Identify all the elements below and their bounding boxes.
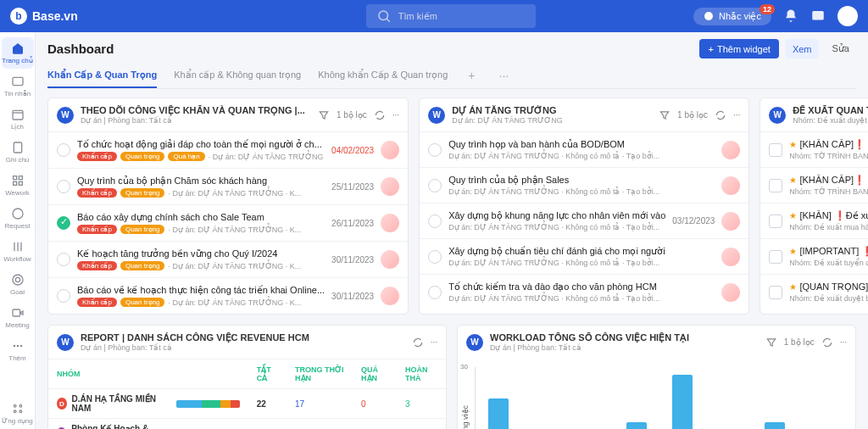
cell-ontime: 1 (287, 419, 353, 430)
checkbox-icon[interactable] (428, 250, 442, 264)
user-avatar[interactable] (837, 6, 858, 26)
assignee-avatar[interactable] (381, 141, 399, 159)
assignee-avatar[interactable] (721, 248, 740, 266)
reminders-pill[interactable]: Nhắc việc 12 (693, 8, 771, 25)
checkbox-icon[interactable] (428, 143, 442, 157)
task-row[interactable]: Xây dựng bộ khung năng lực cho nhân viên… (420, 203, 748, 238)
view-button[interactable]: Xem (786, 39, 819, 58)
task-row[interactable]: Quy trình họp và ban hành của BOD/BOM Dự… (420, 131, 748, 167)
search-input[interactable]: Tìm kiếm (366, 4, 536, 28)
refresh-icon[interactable] (821, 337, 833, 348)
proposal-row[interactable]: ★ [KHẨN CẤP]❗ Trình ban lãnh đạo ... Nhó… (760, 131, 868, 167)
widget-more-icon[interactable]: ··· (392, 110, 399, 120)
chart-bar[interactable] (765, 422, 785, 429)
widget-sub: Dự án | Phòng ban: Tất cả (81, 343, 412, 352)
nav-home[interactable]: Trang chủ (2, 37, 34, 69)
checkbox-icon[interactable] (428, 179, 442, 192)
assignee-avatar[interactable] (721, 212, 740, 231)
tab-urgent-important[interactable]: Khẩn Cấp & Quan Trọng (47, 64, 157, 88)
tab-more[interactable]: ··· (496, 64, 513, 88)
add-widget-button[interactable]: + Thêm widget (699, 39, 778, 58)
tag-chip: Quan trọng (120, 261, 165, 270)
task-title: Báo cáo xây dựng chính sách cho Sale Tea… (77, 212, 325, 223)
bell-icon[interactable] (783, 8, 798, 24)
svg-point-14 (15, 277, 19, 281)
chart-bar[interactable] (488, 398, 509, 429)
nav-workflow[interactable]: Workflow (2, 236, 34, 267)
nav-messages[interactable]: Tin nhắn (2, 70, 34, 102)
cell-overdue: 0 (353, 389, 397, 419)
svg-rect-4 (13, 77, 23, 85)
filter-icon[interactable] (765, 337, 777, 348)
proposal-row[interactable]: ★ [KHẨN] ❗Đề xuất mua vật tư y tế ... Nh… (760, 203, 868, 238)
task-row[interactable]: Báo cáo về kế hoạch thực hiện công tác t… (48, 277, 408, 314)
nav-goal[interactable]: Goal (2, 269, 34, 300)
widget-more-icon[interactable]: ··· (840, 337, 847, 347)
refresh-icon[interactable] (412, 337, 424, 348)
nav-wework[interactable]: Wework (2, 170, 34, 201)
nav-more[interactable]: Thêm (2, 335, 34, 366)
widget-logo: W (466, 334, 483, 351)
nav-calendar[interactable]: Lịch (2, 103, 34, 135)
svg-rect-15 (13, 309, 20, 316)
task-row[interactable]: Quy trình của bộ phận Chăm sóc khách hàn… (48, 168, 408, 204)
edit-button[interactable]: Sửa (826, 39, 856, 58)
checkbox-icon[interactable] (428, 286, 442, 299)
svg-line-1 (387, 19, 390, 22)
checkbox-icon[interactable] (769, 179, 782, 192)
brand-logo[interactable]: b Base.vn (10, 8, 78, 25)
nav-label: Request (5, 222, 31, 230)
task-meta: Khẩn cấp Quan trọng · Dự án: DỰ ÁN TĂNG … (77, 261, 325, 270)
search-icon (376, 8, 392, 24)
tab-add[interactable]: + (465, 64, 478, 88)
task-row[interactable]: Báo cáo xây dựng chính sách cho Sale Tea… (48, 204, 408, 241)
widget-more-icon[interactable]: ··· (431, 337, 437, 347)
nav-meeting[interactable]: Meeting (2, 302, 34, 333)
task-row[interactable]: Tổ chức hoạt động giải đáp cho toàn thể … (48, 131, 408, 168)
assignee-avatar[interactable] (381, 214, 399, 232)
proposal-row[interactable]: ★ [IMPORTANT] ❗Đề nghị tuyển 1 v... Nhóm… (760, 238, 868, 274)
table-row[interactable]: PPhòng Kế Hoạch & Đầu Tư 7 1 1 4 (48, 419, 446, 430)
widget-title: THEO DÕI CÔNG VIỆC KHẨN VÀ QUAN TRỌNG |.… (81, 105, 318, 116)
svg-point-2 (704, 12, 713, 20)
checkbox-icon[interactable] (769, 214, 782, 228)
filter-icon[interactable] (659, 109, 670, 121)
table-row[interactable]: DD.ÁN HẠ TẦNG MIỀN NAM 22 17 0 3 (48, 389, 446, 419)
assignee-avatar[interactable] (721, 283, 740, 302)
refresh-icon[interactable] (374, 109, 386, 121)
chat-icon[interactable] (810, 8, 826, 24)
proposal-row[interactable]: ★ [QUAN TRỌNG] ❗Đề xuất duyệt b... Nhóm:… (760, 274, 868, 309)
svg-point-0 (379, 11, 388, 20)
chart-bar[interactable] (626, 422, 647, 429)
tab-urgent-not-important[interactable]: Khẩn cấp & Không quan trọng (174, 64, 301, 88)
widget-more-icon[interactable]: ··· (733, 110, 740, 120)
chart-bar[interactable] (672, 375, 693, 429)
tab-not-urgent-important[interactable]: Không khẩn Cấp & Quan trọng (318, 64, 448, 88)
task-row[interactable]: Quy trình của bộ phận Sales Dự án: DỰ ÁN… (420, 167, 748, 203)
checkbox-icon[interactable] (57, 180, 70, 193)
nav-apps[interactable]: Ứng dụng (2, 398, 34, 429)
assignee-avatar[interactable] (381, 250, 399, 269)
refresh-icon[interactable] (715, 109, 726, 121)
task-row[interactable]: Kế hoạch tăng trưởng bền vững cho Quý I/… (48, 241, 408, 277)
assignee-avatar[interactable] (381, 287, 399, 305)
nav-notes[interactable]: Ghi chú (2, 136, 34, 168)
workload-chart: 30 0 D.ÁN HẠ TẦNG MIỀN NAM Phòng Kế Hoạc… (475, 367, 843, 429)
checkbox-icon[interactable] (428, 214, 442, 228)
checkbox-icon[interactable] (57, 216, 70, 230)
task-row[interactable]: Tổ chức kiểm tra và đào đạo cho văn phòn… (420, 274, 748, 309)
assignee-avatar[interactable] (721, 141, 740, 159)
proposal-row[interactable]: ★ [KHẨN CẤP]❗ Đề xuất đề án NGH... Nhóm:… (760, 167, 868, 203)
filter-icon[interactable] (318, 109, 330, 121)
checkbox-icon[interactable] (769, 250, 782, 264)
checkbox-icon[interactable] (57, 289, 70, 303)
checkbox-icon[interactable] (769, 286, 782, 299)
widget-project-growth: W DỰ ÁN TĂNG TRƯỞNGDự án: DỰ ÁN TĂNG TRƯ… (419, 98, 749, 315)
nav-request[interactable]: Request (2, 203, 34, 234)
task-row[interactable]: Xây dựng bộ chuẩn tiêu chí đánh giá cho … (420, 238, 748, 274)
assignee-avatar[interactable] (381, 177, 399, 196)
checkbox-icon[interactable] (769, 143, 782, 157)
checkbox-icon[interactable] (57, 253, 70, 266)
checkbox-icon[interactable] (57, 143, 70, 157)
assignee-avatar[interactable] (721, 176, 740, 195)
